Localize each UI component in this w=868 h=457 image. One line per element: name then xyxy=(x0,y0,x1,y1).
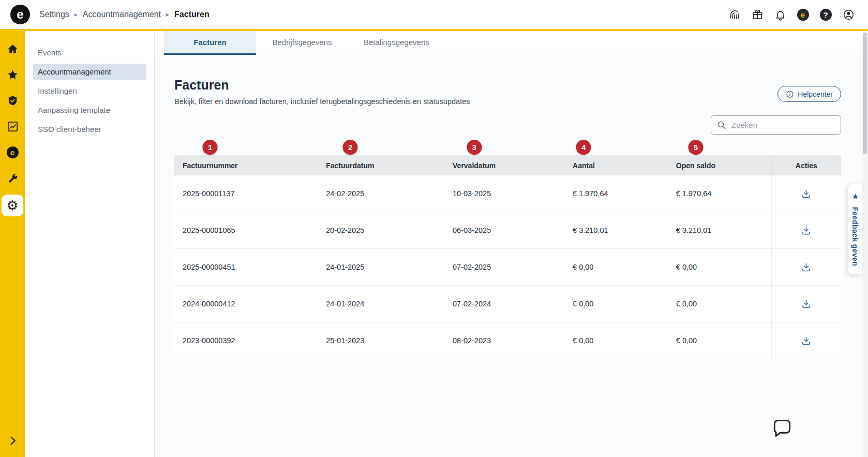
cell-vervaldatum: 06-03-2025 xyxy=(444,212,564,249)
cell-aantal: € 1.970,64 xyxy=(564,175,668,212)
rail-item-security[interactable] xyxy=(1,91,24,110)
info-icon xyxy=(786,90,794,98)
download-invoice-button[interactable] xyxy=(798,259,815,276)
helpcenter-label: Helpcenter xyxy=(798,90,833,98)
topbar-actions: e ? xyxy=(725,5,858,24)
main-content: Facturen Bedrijfsgegevens Betalingsgegev… xyxy=(155,31,868,457)
search-box xyxy=(711,115,841,135)
column-header-aantal: 4Aantal xyxy=(564,155,668,175)
tab-bedrijfsgegevens[interactable]: Bedrijfsgegevens xyxy=(256,31,348,55)
rail-item-reports[interactable] xyxy=(1,117,24,136)
annotation-badge-2: 2 xyxy=(342,140,357,155)
shield-check-icon xyxy=(7,95,19,107)
sidebar-item-accountmanagement[interactable]: Accountmanagement xyxy=(33,64,146,80)
helpcenter-button[interactable]: Helpcenter xyxy=(777,86,841,102)
vertical-scrollbar[interactable] xyxy=(862,31,868,457)
column-header-vervaldatum: 3Vervaldatum xyxy=(444,155,564,175)
topbar: e Settings ▸ Accountmanagement ▸ Facture… xyxy=(0,0,868,29)
cell-vervaldatum: 08-02-2023 xyxy=(444,322,564,359)
chat-bubble-icon xyxy=(771,417,794,440)
table-row: 2025-00000451 24-01-2025 07-02-2025 € 0,… xyxy=(174,249,841,286)
rail-item-tools[interactable] xyxy=(1,169,24,187)
download-icon xyxy=(801,335,812,346)
annotation-badge-5: 5 xyxy=(688,140,703,155)
cell-open-saldo: € 1.970,64 xyxy=(668,175,771,212)
sidebar-item-sso-client-beheer[interactable]: SSO client-beheer xyxy=(33,121,146,137)
breadcrumb-settings[interactable]: Settings xyxy=(39,10,69,19)
rail-item-favorites[interactable] xyxy=(1,65,24,84)
chevron-right-icon xyxy=(7,435,19,447)
chart-icon xyxy=(7,121,19,132)
chat-button[interactable] xyxy=(770,417,795,441)
app-root: e Settings ▸ Accountmanagement ▸ Facture… xyxy=(0,0,868,457)
download-icon xyxy=(801,299,812,309)
accent-bar xyxy=(0,29,868,31)
cell-aantal: € 0,00 xyxy=(564,286,668,322)
download-invoice-button[interactable] xyxy=(798,332,815,349)
cell-factuurnummer: 2025-00001137 xyxy=(174,175,318,212)
brand-circle-letter: e xyxy=(797,9,809,21)
tabbar: Facturen Bedrijfsgegevens Betalingsgegev… xyxy=(155,31,868,55)
table-header-row: 1Factuurnummer 2Factuurdatum 3Vervaldatu… xyxy=(174,155,841,175)
settings-sidebar: Events Accountmanagement Instellingen Aa… xyxy=(25,31,155,457)
cell-factuurdatum: 20-02-2025 xyxy=(318,212,444,249)
cell-vervaldatum: 10-03-2025 xyxy=(444,175,564,212)
feedback-tab[interactable]: ★ Feedback geven xyxy=(848,184,862,275)
sidebar-item-instellingen[interactable]: Instellingen xyxy=(33,83,146,99)
table-row: 2024-00000412 24-01-2024 07-02-2024 € 0,… xyxy=(174,286,841,322)
search-input[interactable] xyxy=(730,120,835,130)
cell-vervaldatum: 07-02-2025 xyxy=(444,249,564,286)
cell-aantal: € 3.210,01 xyxy=(564,212,668,249)
rail-item-home[interactable] xyxy=(1,39,24,58)
fingerprint-icon[interactable] xyxy=(725,5,744,24)
cell-open-saldo: € 0,00 xyxy=(668,249,771,286)
download-invoice-button[interactable] xyxy=(798,296,815,313)
tab-facturen[interactable]: Facturen xyxy=(164,31,256,55)
cell-factuurnummer: 2023-00000392 xyxy=(174,322,318,359)
rail-item-settings[interactable]: ⚙ xyxy=(2,195,23,216)
gear-icon: ⚙ xyxy=(6,199,18,212)
tools-icon xyxy=(7,172,19,184)
cell-factuurdatum: 24-01-2025 xyxy=(318,249,444,286)
tab-betalingsgegevens[interactable]: Betalingsgegevens xyxy=(348,31,445,55)
column-header-acties: Acties xyxy=(771,155,841,175)
scrollbar-thumb[interactable] xyxy=(863,33,867,154)
account-icon[interactable] xyxy=(839,5,858,24)
table-row: 2023-00000392 25-01-2023 08-02-2023 € 0,… xyxy=(174,322,841,359)
table-row: 2025-00001137 24-02-2025 10-03-2025 € 1.… xyxy=(174,175,841,212)
help-icon[interactable]: ? xyxy=(816,5,835,24)
chevron-separator-icon: ▸ xyxy=(166,11,169,18)
cell-factuurdatum: 24-02-2025 xyxy=(318,175,444,212)
gift-icon[interactable] xyxy=(748,5,767,24)
star-icon: ★ xyxy=(851,193,859,200)
rail-item-brand[interactable]: e xyxy=(1,143,24,161)
download-invoice-button[interactable] xyxy=(798,185,815,202)
annotation-badge-4: 4 xyxy=(576,140,591,155)
table-row: 2025-00001065 20-02-2025 06-03-2025 € 3.… xyxy=(174,212,841,249)
download-icon xyxy=(801,225,812,236)
notifications-bell-icon[interactable] xyxy=(771,5,789,24)
breadcrumb-accountmanagement[interactable]: Accountmanagement xyxy=(83,10,161,19)
download-icon xyxy=(801,188,812,199)
sidebar-item-events[interactable]: Events xyxy=(33,45,146,61)
download-invoice-button[interactable] xyxy=(798,222,815,239)
column-header-factuurdatum: 2Factuurdatum xyxy=(318,155,444,175)
invoices-table-wrap: 1Factuurnummer 2Factuurdatum 3Vervaldatu… xyxy=(174,155,841,359)
sidebar-item-aanpassing-template[interactable]: Aanpassing template xyxy=(33,102,146,118)
brand-e-icon: e xyxy=(7,146,19,158)
chevron-separator-icon: ▸ xyxy=(74,11,78,18)
cell-open-saldo: € 0,00 xyxy=(668,322,771,359)
feedback-label: Feedback geven xyxy=(851,207,859,267)
cell-open-saldo: € 3.210,01 xyxy=(668,212,771,249)
brand-circle-icon[interactable]: e xyxy=(794,5,812,24)
page-head: Facturen Bekijk, filter en download fact… xyxy=(174,78,868,106)
brand-logo-letter: e xyxy=(17,7,23,22)
home-icon xyxy=(7,43,19,55)
rail-expand-button[interactable] xyxy=(1,431,24,450)
cell-factuurdatum: 24-01-2024 xyxy=(318,286,444,322)
search-icon xyxy=(716,120,726,130)
breadcrumb: Settings ▸ Accountmanagement ▸ Facturen xyxy=(39,10,209,19)
help-question-glyph: ? xyxy=(820,9,832,21)
page-subtitle: Bekijk, filter en download facturen, inc… xyxy=(174,97,868,106)
column-header-open-saldo: 5Open saldo xyxy=(668,155,771,175)
